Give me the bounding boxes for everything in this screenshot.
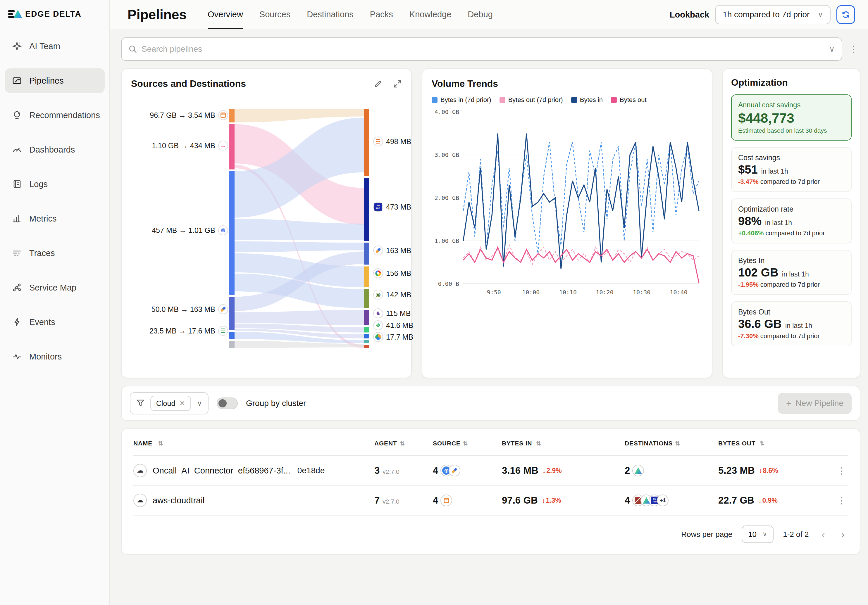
- tab-bar: OverviewSourcesDestinationsPacksKnowledg…: [208, 0, 493, 29]
- annual-savings-value: $448,773: [738, 110, 845, 126]
- sidebar-item-recommendations[interactable]: Recommendations: [5, 103, 105, 127]
- lookback-select[interactable]: 1h compared to 7d prior ∨: [715, 5, 831, 24]
- stat-delta-desc: compared to 7d prior: [760, 281, 820, 288]
- rows-per-page-select[interactable]: 10 ∨: [742, 526, 773, 543]
- stat-label: Bytes Out: [738, 308, 845, 316]
- destination-icons: sumo+1: [632, 495, 668, 506]
- next-page-button[interactable]: ›: [838, 529, 848, 540]
- sort-icon[interactable]: ⇅: [400, 440, 405, 447]
- tab-debug[interactable]: Debug: [468, 0, 493, 29]
- sankey-node: [229, 297, 234, 330]
- sidebar-item-metrics[interactable]: Metrics: [5, 206, 105, 231]
- sankey-diagram[interactable]: 96.7 GB → 3.54 MB1.10 GB → 434 MB↔457 MB…: [131, 93, 402, 357]
- new-pipeline-button[interactable]: + New Pipeline: [778, 393, 852, 414]
- sidebar-item-dashboards[interactable]: Dashboards: [5, 138, 105, 162]
- filter-chip-cloud[interactable]: Cloud ✕: [150, 396, 191, 411]
- sort-icon[interactable]: ⇅: [760, 440, 765, 447]
- filter-group[interactable]: Cloud ✕ ∨: [130, 392, 209, 415]
- legend-item: Bytes out: [611, 96, 646, 104]
- tab-packs[interactable]: Packs: [370, 0, 393, 29]
- sankey-source-label: 96.7 GB → 3.54 MB: [131, 110, 228, 120]
- rows-per-page-chevron-icon: ∨: [763, 531, 767, 538]
- sidebar-item-logs[interactable]: Logs: [5, 172, 105, 197]
- expand-icon[interactable]: [393, 79, 402, 88]
- down-arrow-icon: ↓: [758, 497, 762, 504]
- previous-page-button[interactable]: ‹: [818, 529, 828, 540]
- sources-destinations-card: Sources and Destinations 96.7 GB → 3.54 …: [121, 68, 412, 378]
- y-axis-tick: 4.00 GB: [435, 108, 459, 116]
- sankey-destination-label: ♞115 MB: [373, 308, 411, 318]
- legend-item: Bytes in (7d prior): [432, 96, 491, 104]
- glyph-icon: ☸: [220, 227, 226, 233]
- new-pipeline-label: New Pipeline: [796, 399, 843, 408]
- sankey-destination-label: 156 MB: [373, 268, 411, 278]
- sidebar-item-events[interactable]: Events: [5, 310, 105, 334]
- agent-version: v2.7.0: [383, 468, 399, 475]
- tab-knowledge[interactable]: Knowledge: [409, 0, 451, 29]
- refresh-button[interactable]: [836, 5, 855, 24]
- optimization-stats: Cost savings$51in last 1h-3.47% compared…: [731, 147, 852, 347]
- sort-icon[interactable]: ⇅: [536, 440, 541, 447]
- search-chevron-down-icon[interactable]: ∨: [829, 45, 835, 54]
- tab-overview[interactable]: Overview: [208, 0, 243, 29]
- agent-cell: 7v2.7.0: [374, 495, 433, 506]
- sankey-source-icon-circle: [218, 110, 228, 120]
- sidebar-nav: AI TeamPipelinesRecommendationsDashboard…: [0, 29, 109, 373]
- pagination: Rows per page 10 ∨ 1-2 of 2 ‹ ›: [133, 515, 848, 548]
- volume-chart[interactable]: 4.00 GB3.00 GB2.00 GB1.00 GB0.00 B9:5010…: [432, 106, 702, 301]
- sankey-destination-label: ❖41.6 MB: [373, 320, 413, 330]
- row-kebab-menu[interactable]: ⋮: [835, 495, 848, 506]
- group-by-cluster-label: Group by cluster: [246, 399, 306, 408]
- sankey-destination-label: 163 MB: [373, 246, 411, 255]
- sidebar-item-ai-team[interactable]: AI Team: [5, 34, 105, 59]
- sankey-node: [364, 327, 369, 332]
- sidebar-item-label: Service Map: [29, 283, 76, 292]
- group-by-cluster-toggle[interactable]: [217, 398, 238, 409]
- pipeline-cloud-icon: ☁: [133, 464, 147, 477]
- sankey-destination-text: 17.7 MB: [386, 333, 413, 341]
- search-input[interactable]: [141, 45, 825, 54]
- sort-icon[interactable]: ⇅: [158, 440, 163, 447]
- page-range: 1-2 of 2: [783, 530, 809, 539]
- plus-icon: +: [786, 398, 792, 409]
- table-row[interactable]: ☁aws-cloudtrail7v2.7.0497.6 GB↓1.3%4sumo…: [133, 486, 848, 515]
- stat-optimization-rate: Optimization rate98%in last 1h+0.406% co…: [731, 198, 852, 243]
- row-menu-cell: ⋮: [833, 465, 848, 476]
- tab-sources[interactable]: Sources: [259, 0, 290, 29]
- sort-icon[interactable]: ⇅: [463, 440, 468, 447]
- stat-suffix: in last 1h: [765, 219, 792, 227]
- metrics-icon: [12, 214, 22, 224]
- bytes-out-delta-value: 0.9%: [762, 497, 777, 504]
- bytes-in-delta-value: 1.3%: [546, 497, 561, 504]
- tab-destinations[interactable]: Destinations: [307, 0, 353, 29]
- sidebar-item-service-map[interactable]: Service Map: [5, 275, 105, 300]
- sidebar-item-traces[interactable]: Traces: [5, 241, 105, 265]
- pipeline-name-suffix: 0e18de: [298, 466, 325, 475]
- table-row[interactable]: ☁Oncall_AI_Connector_ef568967-3f...0e18d…: [133, 456, 848, 486]
- sidebar-item-monitors[interactable]: Monitors: [5, 344, 105, 369]
- column-header-bytes-in: BYTES IN⇅: [502, 440, 625, 447]
- chip-close-icon[interactable]: ✕: [179, 399, 185, 407]
- search-box[interactable]: ∨: [121, 37, 842, 61]
- stat-line: 102 GBin last 1h: [738, 266, 845, 279]
- destinations-cell: 2: [625, 465, 718, 477]
- glyph-icon: ◉: [375, 292, 380, 297]
- sankey-source-label: 457 MB → 1.01 GB☸: [131, 225, 228, 235]
- stat-value: 98%: [738, 215, 761, 228]
- series-bytes-out: [463, 247, 699, 283]
- sort-icon[interactable]: ⇅: [675, 440, 680, 447]
- glyph-icon: ❖: [375, 322, 381, 328]
- filter-chevron-down-icon[interactable]: ∨: [197, 399, 202, 407]
- edit-pencil-icon[interactable]: [374, 79, 383, 88]
- filter-panel: Cloud ✕ ∨ Group by cluster + New Pipelin…: [121, 386, 860, 421]
- cards-row: Sources and Destinations 96.7 GB → 3.54 …: [121, 68, 860, 378]
- stat-value: 36.6 GB: [738, 317, 782, 331]
- row-kebab-menu[interactable]: ⋮: [835, 465, 848, 477]
- search-kebab-menu[interactable]: ⋮: [847, 43, 860, 55]
- annual-cost-savings-box: Annual cost savings $448,773 Estimated b…: [731, 94, 852, 141]
- sidebar-item-pipelines[interactable]: Pipelines: [5, 68, 105, 93]
- sankey-source-text: 1.10 GB → 434 MB: [152, 141, 215, 150]
- refresh-icon: [841, 10, 851, 19]
- sankey-destination-icon-circle: ❖: [373, 320, 383, 330]
- x-axis-tick: 10:40: [670, 289, 688, 296]
